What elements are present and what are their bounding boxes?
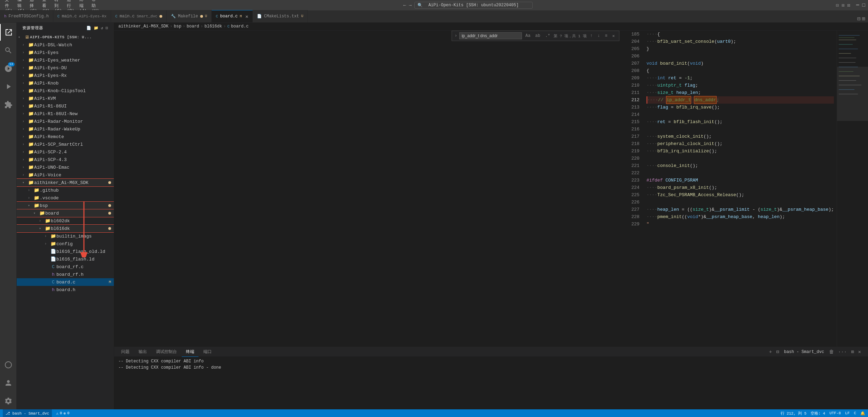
tab-main-aipieyes[interactable]: C main.c AiPi-Eyes-Rx	[53, 10, 111, 22]
find-regex[interactable]: .*	[544, 33, 552, 39]
sidebar-item-config[interactable]: › 📁 config	[17, 240, 114, 248]
tab-freertoasconfig[interactable]: h FreeRTOSConfig.h	[0, 10, 53, 22]
find-input[interactable]	[459, 32, 522, 39]
title-bar-search-box[interactable]: 🔍 AiPi-Open-Kits [SSH: ubuntu20220405]	[414, 2, 533, 9]
breadcrumb-board[interactable]: board	[187, 24, 199, 29]
tab-cmakelists[interactable]: 📄 CMakeLists.txt U	[253, 10, 308, 22]
activity-accounts[interactable]	[0, 375, 17, 391]
find-whole-word[interactable]: ab	[534, 33, 541, 39]
layout-options-icon[interactable]: ⊟	[857, 15, 861, 22]
nav-forward-button[interactable]: →	[409, 3, 412, 8]
tab-makefile[interactable]: 🔧 Makefile U	[167, 10, 212, 22]
bottom-content[interactable]: -- Detecting CXX compiler ABI info -- De…	[114, 357, 868, 409]
restore-button[interactable]: □	[862, 2, 865, 8]
new-terminal-button[interactable]: +	[768, 348, 773, 355]
status-errors[interactable]: ⚠0⊗0	[56, 411, 69, 416]
sidebar-item-aipi-scp-smartctrl[interactable]: › 📁 AiPi-SCP_SmartCtrl	[17, 141, 114, 148]
find-next-button[interactable]: ↓	[596, 33, 601, 39]
sidebar-item-vscode[interactable]: › 📁 .vscode	[17, 194, 114, 202]
sidebar-root[interactable]: ▾ 🖥 AIPI-OPEN-KITS [SSH: U...	[17, 33, 114, 41]
sidebar-item-bl616dk[interactable]: ▾ 📁 bl616dk	[17, 225, 114, 232]
sidebar-item-aipi-voice[interactable]: › 📁 AiPi-Voice	[17, 171, 114, 179]
more-actions-button[interactable]: ···	[837, 348, 848, 355]
status-spaces[interactable]: 空格: 4	[811, 411, 825, 416]
sidebar-item-aithinker-sdk[interactable]: ▾ 📁 aithinker_Ai-M6X_SDK	[17, 179, 114, 186]
layout-icon[interactable]: ⊟	[836, 2, 838, 8]
close-panel-button[interactable]: ✕	[857, 348, 862, 355]
sidebar-item-board-rf-c[interactable]: › C board_rf.c	[17, 263, 114, 271]
kill-terminal-button[interactable]: 🗑	[828, 348, 835, 355]
breadcrumb-board-c[interactable]: board.c	[231, 24, 249, 29]
activity-remote[interactable]	[0, 356, 17, 373]
sidebar-item-board-h[interactable]: › h board.h	[17, 286, 114, 294]
sidebar-item-aipi-r1-86ui-new[interactable]: › 📁 AiPi-R1-86UI-New	[17, 110, 114, 118]
activity-debug[interactable]	[0, 78, 17, 95]
collapse-all-icon[interactable]: ⊟	[105, 26, 108, 30]
split-icon[interactable]: ⊞	[842, 2, 844, 8]
status-position[interactable]: 行 212, 列 5	[781, 411, 807, 416]
status-branch[interactable]: ⎇ bash - Smart_dvc	[3, 409, 52, 417]
status-line-ending[interactable]: LF	[845, 411, 850, 415]
sidebar-item-aipi-knob-clips[interactable]: › 📁 AiPi-Knob-ClipsTool	[17, 87, 114, 95]
breadcrumb-bl616dk[interactable]: bl616dk	[204, 24, 222, 29]
sidebar-item-board-rf-h[interactable]: › h board_rf.h	[17, 271, 114, 278]
tab-close-button[interactable]: ✕	[245, 14, 248, 19]
find-case-sensitive[interactable]: Aa	[524, 33, 532, 39]
nav-back-button[interactable]: ←	[403, 3, 406, 8]
find-list-button[interactable]: ≡	[603, 33, 609, 39]
bottom-tab-problems[interactable]: 问题	[117, 347, 134, 357]
sidebar-item-aipi-eyes-weather[interactable]: › 📁 AiPi-Eyes_weather	[17, 56, 114, 64]
sidebar-item-bsp[interactable]: ▾ 📁 bsp	[17, 202, 114, 209]
refresh-icon[interactable]: ↺	[101, 26, 104, 30]
bottom-tab-ports[interactable]: 端口	[199, 347, 216, 357]
bottom-tab-output[interactable]: 输出	[134, 347, 151, 357]
sidebar-item-aipi-radar-wakeup[interactable]: › 📁 AiPi-Radar-WakeUp	[17, 125, 114, 133]
sidebar-item-aipi-uno-emac[interactable]: › 📁 AiPi-UNO-Emac	[17, 163, 114, 171]
tab-board-c[interactable]: C board.c M ✕	[212, 10, 253, 22]
activity-explorer[interactable]	[0, 24, 17, 41]
grid-icon[interactable]: ⊠	[847, 2, 850, 8]
status-encoding[interactable]: UTF-8	[829, 411, 841, 415]
sidebar-item-aipi-scp-43[interactable]: › 📁 AiPi-SCP-4.3	[17, 156, 114, 163]
tab-main-smartdvc[interactable]: C main.c Smart_dvc	[111, 10, 167, 22]
sidebar-item-aipi-eyes-rx[interactable]: › 📁 AiPi-Eyes-Rx	[17, 72, 114, 79]
find-prev-button[interactable]: ↑	[589, 33, 594, 39]
split-editor-icon[interactable]: ⊞	[862, 15, 865, 22]
sidebar-item-bl616-flash-old-ld[interactable]: › 📄 bl616_flash_old.ld	[17, 248, 114, 255]
minimize-button[interactable]: −	[856, 2, 860, 9]
split-terminal-button[interactable]: ⊟	[775, 348, 780, 355]
new-file-icon[interactable]: 📄	[86, 26, 92, 30]
bottom-tab-terminal[interactable]: 终端	[182, 347, 198, 357]
sidebar-item-aipi-scp-24[interactable]: › 📁 AiPi-SCP-2.4	[17, 148, 114, 156]
status-notifications[interactable]: 🔔	[860, 411, 865, 416]
sidebar-item-aipi-r1-86ui[interactable]: › 📁 AiPi-R1-86UI	[17, 102, 114, 110]
activity-search[interactable]	[0, 42, 17, 59]
activity-extensions[interactable]	[0, 96, 17, 113]
breadcrumb-bsp[interactable]: bsp	[174, 24, 181, 29]
sidebar-item-aipi-eyes[interactable]: › 📁 AiPi-Eyes	[17, 49, 114, 56]
breadcrumb-sdk[interactable]: aithinker_Ai-M6X_SDK	[118, 24, 169, 29]
paren2: *)&	[698, 213, 706, 220]
activity-git[interactable]: 13	[0, 60, 17, 77]
sidebar-item-aipi-kvm[interactable]: › 📁 AiPi-KVM	[17, 95, 114, 102]
sidebar-item-github[interactable]: › 📁 .github	[17, 186, 114, 194]
sidebar-item-aipi-knob[interactable]: › 📁 AiPi-Knob	[17, 79, 114, 87]
sidebar-item-aipi-remote[interactable]: › 📁 AiPi-Remote	[17, 133, 114, 141]
bottom-tab-debug-console[interactable]: 调试控制台	[152, 347, 181, 357]
sidebar-item-bl602dk[interactable]: › 📁 bl602dk	[17, 217, 114, 225]
sidebar-item-bl616-flash-ld[interactable]: › 📄 bl616_flash.ld	[17, 255, 114, 263]
minimap[interactable]	[837, 31, 868, 347]
sidebar-item-aipi-radar-monitor[interactable]: › 📁 AiPi-Radar-Monitor	[17, 118, 114, 125]
sidebar-item-aipi-eyes-du[interactable]: › 📁 AiPi-Eyes-DU	[17, 64, 114, 72]
sidebar-item-aipi-dsl-watch[interactable]: › 📁 AiPi-DSL-Watch	[17, 41, 114, 49]
new-folder-icon[interactable]: 📁	[94, 26, 99, 30]
sidebar-item-board[interactable]: ▾ 📁 board	[17, 209, 114, 217]
maximize-panel-button[interactable]: ⊞	[850, 348, 855, 355]
code-area[interactable]: ····{ ····bflb_uart_set_console(uart0); …	[644, 31, 837, 347]
activity-settings[interactable]	[0, 393, 17, 409]
sidebar-item-board-c[interactable]: › C board.c M	[17, 278, 114, 286]
sidebar-item-builtin-imags[interactable]: › 📁 builtin_imags	[17, 232, 114, 240]
editor-content[interactable]: › Aa ab .* 第 ? 项，共 1 项 ↑ ↓ ≡ ✕ 185	[114, 31, 837, 347]
status-language[interactable]: C	[854, 411, 856, 415]
find-close-button[interactable]: ✕	[611, 33, 616, 39]
